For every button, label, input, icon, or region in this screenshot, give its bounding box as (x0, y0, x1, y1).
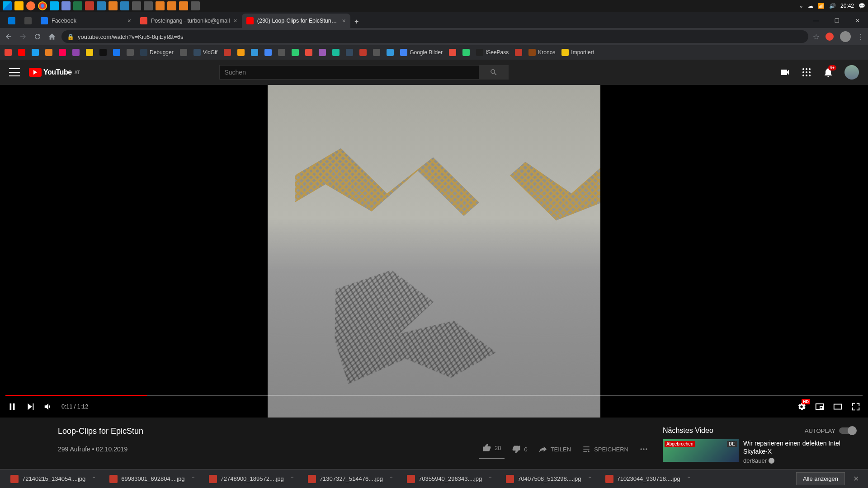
excel-icon[interactable] (73, 1, 82, 10)
bookmark-item[interactable] (237, 49, 245, 56)
chrome-icon[interactable] (38, 1, 47, 10)
download-item[interactable]: 70355940_296343....jpg⌃ (402, 472, 497, 486)
dislike-button[interactable]: 0 (508, 441, 531, 457)
url-input[interactable]: 🔒 youtube.com/watch?v=Kiu6-8qiEyI&t=6s (61, 30, 808, 43)
toggle-switch[interactable] (839, 427, 855, 434)
close-button[interactable]: ✕ (847, 14, 868, 28)
bookmark-item[interactable] (127, 49, 134, 56)
fullscreen-button[interactable] (851, 402, 861, 412)
maximize-button[interactable]: ❐ (826, 14, 847, 28)
chevron-up-icon[interactable]: ⌃ (687, 476, 691, 482)
extension-icon[interactable] (826, 33, 834, 41)
star-icon[interactable]: ☆ (813, 33, 819, 41)
back-button[interactable] (4, 32, 14, 42)
app-icon[interactable] (120, 1, 129, 10)
like-button[interactable]: 28 (479, 440, 505, 459)
account-avatar[interactable] (844, 65, 859, 80)
app-icon[interactable] (167, 1, 176, 10)
bookmark-item[interactable] (462, 49, 470, 56)
save-button[interactable]: SPEICHERN (578, 441, 632, 457)
share-button[interactable]: TEILEN (535, 441, 575, 457)
chevron-up-icon[interactable]: ⌃ (191, 476, 195, 482)
bookmark-item[interactable] (305, 49, 312, 56)
app-icon[interactable] (156, 1, 165, 10)
download-item[interactable]: 69983001_692804....jpg⌃ (104, 472, 200, 486)
close-icon[interactable]: × (342, 17, 346, 24)
skype-icon[interactable] (50, 1, 59, 10)
chevron-up-icon[interactable]: ⌃ (488, 476, 492, 482)
miniplayer-button[interactable] (815, 402, 825, 412)
bookmark-item[interactable] (264, 49, 272, 56)
explorer-icon[interactable] (14, 1, 24, 10)
settings-button[interactable]: HD (797, 402, 807, 412)
bookmark-item[interactable] (359, 49, 367, 56)
bookmark-item[interactable] (86, 49, 93, 56)
notifications-icon[interactable]: 💬 (859, 3, 865, 9)
bookmark-item[interactable] (224, 49, 231, 56)
theater-button[interactable] (833, 402, 843, 412)
show-all-downloads-button[interactable]: Alle anzeigen (796, 472, 845, 485)
video-player[interactable]: 0:11 / 1:12 HD (0, 85, 868, 418)
download-item[interactable]: 71307327_514476....jpg⌃ (303, 472, 398, 486)
bookmark-item[interactable] (99, 49, 107, 56)
bookmark-item[interactable] (59, 49, 66, 56)
search-button[interactable] (479, 65, 509, 80)
bookmark-item[interactable] (72, 49, 80, 56)
bookmark-item[interactable]: Google Bilder (400, 49, 443, 56)
close-icon[interactable]: × (234, 17, 237, 24)
youtube-logo[interactable]: YouTube AT (29, 68, 80, 77)
bookmark-item[interactable] (18, 49, 25, 56)
download-item[interactable]: 71023044_930718....jpg⌃ (600, 472, 696, 486)
more-button[interactable] (636, 441, 652, 457)
bookmark-item[interactable]: Kronos (528, 49, 555, 56)
browser-tab-gmail[interactable]: Posteingang - turboniko@gmail × (136, 14, 242, 28)
bookmark-item[interactable] (346, 49, 353, 56)
apps-button[interactable] (801, 67, 812, 78)
hamburger-menu-button[interactable] (9, 67, 20, 78)
bookmark-item[interactable] (292, 49, 299, 56)
close-downloads-button[interactable]: ✕ (849, 474, 863, 483)
bookmark-item[interactable] (32, 49, 39, 56)
menu-button[interactable]: ⋮ (857, 33, 864, 41)
app-icon[interactable] (179, 1, 188, 10)
wifi-icon[interactable]: 📶 (818, 3, 825, 9)
minimize-button[interactable]: ― (806, 14, 826, 28)
start-icon[interactable] (3, 1, 12, 10)
bookmark-item[interactable] (332, 49, 340, 56)
discord-icon[interactable] (61, 1, 71, 10)
download-item[interactable]: 72140215_134054....jpg⌃ (5, 472, 101, 486)
reload-button[interactable] (33, 32, 42, 42)
pause-button[interactable] (7, 402, 17, 412)
new-tab-button[interactable]: + (350, 15, 363, 28)
forward-button[interactable] (18, 32, 28, 42)
browser-tab-youtube[interactable]: (230) Loop-Clips for EpicStun - Y × (242, 14, 350, 28)
search-input[interactable] (219, 65, 479, 80)
bookmark-item[interactable] (319, 49, 326, 56)
close-icon[interactable]: × (127, 17, 131, 24)
chevron-up-icon[interactable]: ⌃ (389, 476, 393, 482)
next-button[interactable] (25, 402, 35, 412)
bookmark-item[interactable] (180, 49, 187, 56)
download-item[interactable]: 70407508_513298....jpg⌃ (501, 472, 596, 486)
browser-tab-facebook[interactable]: Facebook × (36, 14, 136, 28)
bookmark-item[interactable] (373, 49, 380, 56)
notifications-button[interactable]: 9+ (823, 67, 834, 78)
app-icon[interactable] (132, 1, 141, 10)
tray-chevron-icon[interactable]: ⌄ (799, 3, 803, 9)
bookmark-item[interactable]: VidGif (193, 49, 217, 56)
bookmark-item[interactable] (449, 49, 456, 56)
recommended-video[interactable]: Abgebrochen DE Wir reparieren einen defe… (663, 439, 855, 464)
sound-icon[interactable]: 🔊 (829, 3, 836, 9)
app-icon[interactable] (108, 1, 118, 10)
app-icon[interactable] (85, 1, 94, 10)
bookmark-item[interactable] (278, 49, 285, 56)
chevron-up-icon[interactable]: ⌃ (588, 476, 592, 482)
bookmark-item[interactable]: Importiert (561, 49, 594, 56)
clock[interactable]: 20:42 (840, 3, 854, 9)
bookmark-item[interactable] (387, 49, 394, 56)
volume-button[interactable] (43, 402, 53, 412)
app-icon[interactable] (191, 1, 200, 10)
browser-tab[interactable] (20, 14, 36, 28)
cloud-icon[interactable]: ☁ (808, 3, 813, 9)
chevron-up-icon[interactable]: ⌃ (290, 476, 294, 482)
